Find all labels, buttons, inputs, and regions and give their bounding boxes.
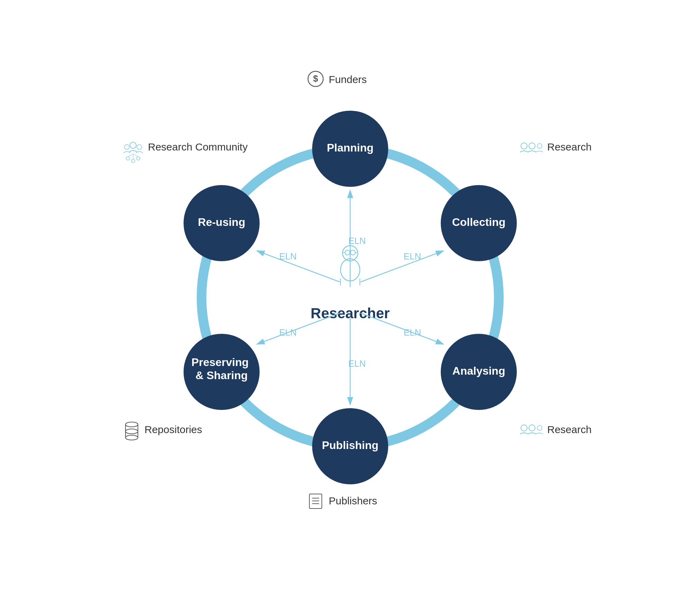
svg-point-24 [537,144,542,148]
svg-point-22 [521,143,527,149]
eln-label-planning: ELN [348,236,366,246]
publishers-label: Publishers [329,495,377,506]
node-collecting-label: Collecting [452,216,505,228]
svg-text:$: $ [313,73,318,84]
repositories-icon-group [125,422,138,440]
eln-label-analysing: ELN [403,327,421,338]
research-community-label: Research Community [148,141,248,153]
main-diagram: Planning Collecting Analysing Publishing… [108,55,592,540]
svg-point-16 [126,157,130,160]
node-reusing-label: Re-using [198,216,245,228]
node-publishing-label: Publishing [322,439,379,451]
svg-line-19 [128,154,133,157]
research-team-top-icon-group [520,143,543,152]
svg-point-2 [345,250,350,255]
node-analysing-label: Analysing [452,365,505,377]
svg-point-28 [125,429,138,434]
eln-arrow-collecting [361,251,444,282]
funders-label: Funders [329,74,367,85]
svg-point-25 [125,422,138,427]
repositories-label: Repositories [144,424,202,435]
svg-point-18 [131,159,135,163]
svg-point-36 [521,425,527,431]
eln-label-reusing: ELN [279,251,297,262]
research-team-bottom-icon-group [520,425,543,434]
node-planning-label: Planning [327,141,373,154]
eln-label-preserving: ELN [279,327,297,338]
svg-point-14 [124,145,129,149]
eln-label-publishing: ELN [348,358,366,369]
eln-arrow-reusing [257,251,340,282]
svg-point-37 [529,425,535,431]
svg-line-20 [133,154,138,157]
publishers-icon-group [309,494,322,509]
eln-label-collecting: ELN [403,251,421,262]
research-team-top-label: Research Team [547,141,592,153]
svg-point-23 [529,143,535,149]
research-community-icon-group [123,142,143,163]
svg-point-31 [125,435,138,440]
eln-arrow-preserving [257,313,340,344]
funders-icon-group: $ [308,71,323,86]
svg-point-15 [137,145,142,149]
diagram-container: Planning Collecting Analysing Publishing… [108,55,592,540]
eln-arrow-analysing [361,313,444,344]
svg-point-13 [130,142,136,148]
svg-point-3 [351,250,355,255]
svg-point-38 [537,425,542,430]
research-team-bottom-label: Research Team [547,424,592,435]
svg-point-17 [137,157,140,160]
